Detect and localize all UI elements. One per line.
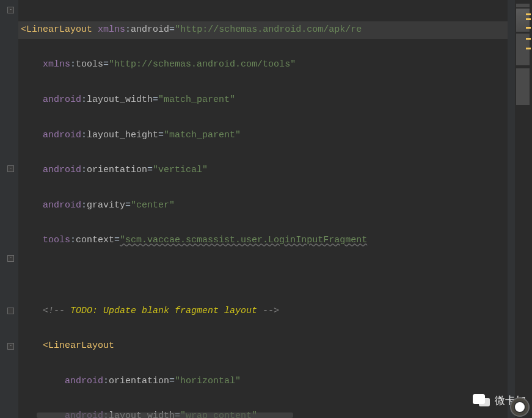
xml-ns: android	[43, 165, 81, 175]
space	[92, 24, 98, 35]
xml-ns: xmlns	[98, 24, 125, 35]
xml-value: "horizontal"	[175, 376, 241, 386]
xml-bracket: <	[21, 24, 26, 35]
xml-attr: tools	[76, 59, 103, 70]
fold-end-icon[interactable]	[7, 308, 14, 314]
colon: :	[125, 24, 131, 35]
minimap[interactable]	[515, 0, 532, 418]
xml-ns: tools	[43, 235, 70, 245]
xml-comment-close: -->	[257, 306, 279, 316]
xml-comment-open: <!--	[43, 306, 70, 316]
equals: =	[169, 24, 175, 35]
xml-value: "scm.vaccae.scmassist.user.LoginInputFra…	[120, 235, 367, 245]
xml-todo: TODO: Update blank fragment layout	[70, 306, 257, 316]
xml-value: "http://schemas.android.com/apk/re	[175, 24, 362, 35]
xml-value: "center"	[131, 200, 175, 211]
code-area[interactable]: <LinearLayout xmlns:android="http://sche…	[18, 0, 508, 418]
cx-logo-icon	[510, 397, 530, 417]
xml-attr: gravity	[87, 200, 125, 211]
xml-ns: android	[43, 95, 81, 105]
xml-tag: LinearLayout	[48, 341, 114, 351]
xml-attr: layout_width	[87, 95, 153, 105]
xml-attr: android	[131, 24, 169, 35]
horizontal-scrollbar[interactable]	[37, 413, 293, 418]
right-scrollbar-region[interactable]	[508, 0, 515, 418]
xml-ns: android	[43, 130, 81, 140]
wechat-icon	[473, 394, 490, 410]
xml-attr: orientation	[87, 165, 147, 175]
xml-ns: android	[65, 376, 103, 386]
xml-ns: android	[43, 200, 81, 211]
xml-ns: xmlns	[43, 59, 70, 70]
xml-attr: context	[76, 235, 114, 245]
fold-marker-icon[interactable]: -	[7, 7, 14, 13]
xml-value: "vertical"	[153, 165, 208, 175]
code-editor[interactable]: - - - - <LinearLayout xmlns:android="htt…	[0, 0, 532, 418]
xml-tag: LinearLayout	[26, 24, 92, 35]
xml-attr: orientation	[109, 376, 169, 386]
fold-marker-icon[interactable]: -	[7, 255, 14, 262]
xml-value: "match_parent"	[158, 95, 235, 105]
xml-value: "match_parent"	[164, 130, 241, 140]
gutter: - - - -	[0, 0, 18, 418]
fold-marker-icon[interactable]: -	[7, 165, 14, 172]
fold-marker-icon[interactable]: -	[7, 343, 14, 350]
xml-value: "http://schemas.android.com/tools"	[109, 59, 296, 70]
xml-bracket: <	[43, 341, 48, 351]
xml-attr: layout_height	[87, 130, 158, 140]
corner-logo	[510, 397, 530, 417]
